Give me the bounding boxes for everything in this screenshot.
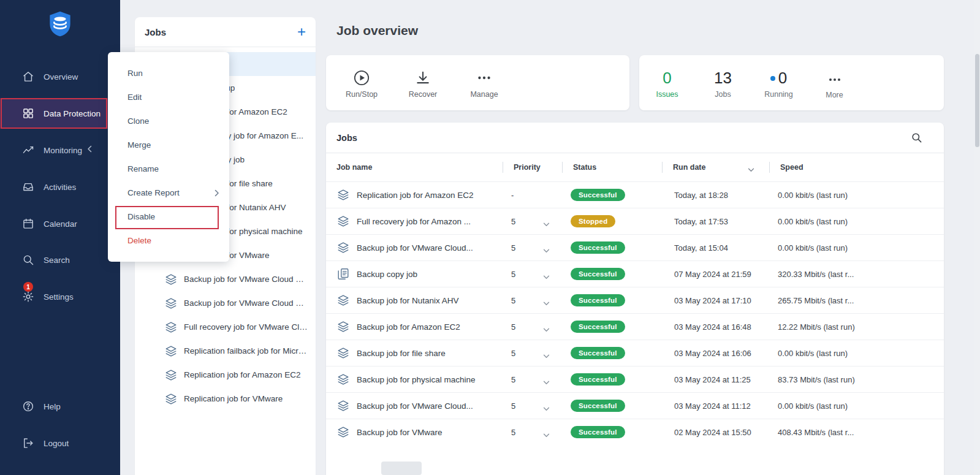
job-name: Full recovery job for VMware Cloud... <box>184 322 310 332</box>
job-list-item[interactable]: Backup job for VMware Cloud Dire... <box>135 291 316 315</box>
sidebar-item-label: Activities <box>44 183 76 192</box>
status-badge: Successful <box>571 347 625 359</box>
sidebar: Overview Data Protection Monitoring <box>0 0 120 475</box>
stat-label: Running <box>764 90 793 99</box>
priority-dropdown-icon[interactable] <box>543 298 550 303</box>
recover-button[interactable]: Recover <box>395 55 451 110</box>
table-row[interactable]: Backup job for Amazon EC2 5 Successful 0… <box>326 313 944 340</box>
download-icon <box>415 69 431 86</box>
priority-dropdown-icon[interactable] <box>543 246 550 250</box>
priority-dropdown-icon[interactable] <box>543 272 550 276</box>
manage-button[interactable]: Manage <box>456 55 512 110</box>
table-row[interactable]: Backup copy job 5 Successful 07 May 2024… <box>326 260 944 287</box>
priority-dropdown-icon[interactable] <box>543 219 550 224</box>
job-list-item[interactable]: Full recovery job for VMware Cloud... <box>135 315 316 339</box>
job-list-item[interactable]: Replication job for Amazon EC2 <box>135 363 316 387</box>
jobs-table-card: Jobs Job name Priority Status Run date S… <box>326 123 944 475</box>
jobs-count: 13 <box>714 69 732 88</box>
table-row[interactable]: Backup job for Nutanix AHV 5 Successful … <box>326 287 944 313</box>
table-row[interactable]: Backup job for physical machine 5 Succes… <box>326 366 944 392</box>
backup-job-icon <box>336 399 350 412</box>
status-badge: Successful <box>571 189 625 201</box>
backup-job-icon <box>336 320 350 333</box>
table-search-icon[interactable] <box>911 132 922 143</box>
menu-item-merge[interactable]: Merge <box>108 133 229 157</box>
run-date: 03 May 2024 at 11:12 <box>662 401 769 411</box>
menu-item-edit[interactable]: Edit <box>108 85 229 109</box>
jobs-panel-title: Jobs <box>145 27 166 37</box>
job-list-item[interactable]: Replication job for VMware <box>135 387 316 411</box>
priority-dropdown-icon[interactable] <box>543 351 550 355</box>
sidebar-item-calendar[interactable]: Calendar <box>0 208 120 239</box>
column-header-job-name[interactable]: Job name <box>326 153 503 181</box>
column-header-status[interactable]: Status <box>562 153 662 181</box>
jobs-panel-header: Jobs + <box>135 17 316 47</box>
add-job-button[interactable]: + <box>297 25 306 39</box>
job-name: Replication job for VMware <box>184 394 283 403</box>
recovery-job-icon <box>336 215 350 228</box>
stat-issues: 0 Issues <box>639 55 695 110</box>
action-label: Run/Stop <box>346 90 378 99</box>
menu-item-run[interactable]: Run <box>108 61 229 85</box>
job-type-icon <box>164 368 178 382</box>
job-name: Backup job for physical machine <box>357 375 482 384</box>
table-row[interactable]: Backup job for VMware Cloud... 5 Success… <box>326 234 944 260</box>
table-row[interactable]: Backup job for VMware Cloud... 5 Success… <box>326 392 944 419</box>
menu-item-delete[interactable]: Delete <box>108 229 229 253</box>
run-stop-button[interactable]: Run/Stop <box>333 55 390 110</box>
sidebar-item-monitoring[interactable]: Monitoring <box>0 135 120 165</box>
priority-dropdown-icon[interactable] <box>543 325 550 329</box>
table-title: Jobs <box>336 133 357 143</box>
sidebar-item-data-protection[interactable]: Data Protection <box>0 98 108 129</box>
status-badge: Stopped <box>571 215 615 227</box>
stats-more-button[interactable]: More <box>807 55 862 110</box>
priority-value: 5 <box>511 322 515 332</box>
app-logo-shield-icon <box>48 10 72 40</box>
sidebar-item-search[interactable]: Search <box>0 245 120 275</box>
table-row[interactable]: Backup job for file share 5 Successful 0… <box>326 340 944 366</box>
priority-value: 5 <box>511 428 515 437</box>
speed-value: 408.43 Mbit/s (last r... <box>769 428 944 437</box>
column-header-speed[interactable]: Speed <box>769 153 944 181</box>
priority-dropdown-icon[interactable] <box>543 378 550 382</box>
job-list-item[interactable]: Replication failback job for Microso... <box>135 339 316 363</box>
more-ellipsis-icon <box>827 71 842 88</box>
job-type-icon <box>164 344 178 358</box>
chevron-left-icon[interactable] <box>86 145 93 154</box>
scrollbar-thumb[interactable] <box>975 54 979 147</box>
sidebar-item-label: Settings <box>44 292 74 302</box>
menu-item-rename[interactable]: Rename <box>108 157 229 181</box>
column-header-run-date[interactable]: Run date <box>662 153 769 181</box>
menu-item-create-report[interactable]: Create Report <box>108 181 229 205</box>
menu-item-label: Create Report <box>127 188 180 197</box>
priority-dropdown-icon[interactable] <box>543 404 550 408</box>
backup-job-icon <box>336 294 350 307</box>
job-stats-card: 0 Issues 13 Jobs 0 Running More <box>639 55 944 110</box>
job-list-item[interactable]: Backup job for VMware Cloud Dire... <box>135 267 316 291</box>
sidebar-item-help[interactable]: Help <box>0 391 120 422</box>
job-name: Full recovery job for Amazon ... <box>357 217 477 226</box>
job-name: Backup copy job <box>357 270 424 279</box>
priority-value: 5 <box>511 349 515 358</box>
sidebar-item-logout[interactable]: Logout <box>0 428 120 458</box>
run-date: Today, at 18:28 <box>662 191 769 200</box>
priority-value: - <box>511 191 514 200</box>
menu-item-clone[interactable]: Clone <box>108 109 229 133</box>
pagination-control[interactable] <box>381 462 422 475</box>
priority-dropdown-icon[interactable] <box>543 430 550 435</box>
table-row[interactable]: Backup job for VMware 5 Successful 02 Ma… <box>326 419 944 445</box>
gear-icon <box>22 291 34 303</box>
menu-item-disable[interactable]: Disable <box>108 205 229 229</box>
sidebar-item-overview[interactable]: Overview <box>0 61 120 92</box>
sidebar-item-label: Search <box>44 256 70 265</box>
status-badge: Successful <box>571 268 625 280</box>
column-header-priority[interactable]: Priority <box>503 153 562 181</box>
stat-jobs: 13 Jobs <box>695 55 751 110</box>
job-name: Backup job for VMware <box>357 428 449 437</box>
sidebar-item-activities[interactable]: Activities <box>0 172 120 202</box>
table-row[interactable]: Replication job for Amazon EC2 - Success… <box>326 181 944 208</box>
table-row[interactable]: Full recovery job for Amazon ... 5 Stopp… <box>326 208 944 234</box>
sort-caret-icon[interactable] <box>748 165 754 170</box>
grid-icon <box>22 107 34 120</box>
sidebar-item-settings[interactable]: 1 Settings <box>0 281 120 312</box>
